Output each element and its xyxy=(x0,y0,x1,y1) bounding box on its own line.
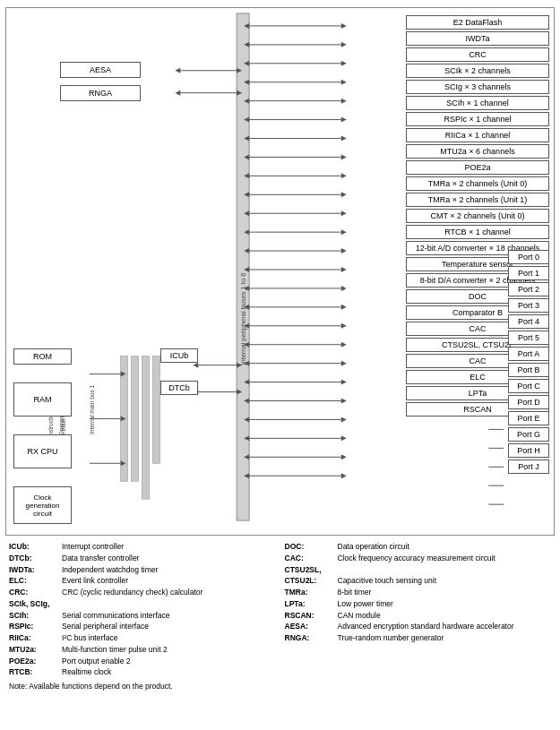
svg-marker-52 xyxy=(244,323,249,329)
svg-marker-58 xyxy=(244,361,249,366)
legend-val-rspic: Serial peripheral interface xyxy=(62,621,149,632)
svg-marker-3 xyxy=(341,23,347,29)
svg-marker-19 xyxy=(244,117,249,123)
svg-marker-31 xyxy=(244,192,249,197)
svg-marker-12 xyxy=(341,80,347,85)
legend-key-scih: SCIh: xyxy=(9,610,58,622)
svg-marker-67 xyxy=(244,417,249,422)
rxcpu-box: RX CPU xyxy=(13,434,72,468)
legend-key-cac: CAC: xyxy=(285,553,334,564)
peri-poe2a: POE2a xyxy=(406,160,549,175)
legend-item-elc: ELC: Event link controller xyxy=(9,575,276,587)
left-component-group: ROM RAM RX CPU Clock generation circuit xyxy=(13,348,72,524)
legend-key-rspic: RSPIc: xyxy=(9,621,58,632)
port-b: Port B xyxy=(508,363,549,377)
svg-text:Internal peripheral buses 1 to: Internal peripheral buses 1 to 6 xyxy=(239,273,247,365)
legend-item-rscan: RSCAN: CAN module xyxy=(285,610,552,622)
svg-marker-43 xyxy=(244,267,249,272)
svg-marker-54 xyxy=(341,342,347,348)
peri-crc: CRC xyxy=(406,47,549,62)
svg-marker-46 xyxy=(244,286,249,291)
svg-marker-13 xyxy=(244,80,249,85)
legend-key-aesa: AESA: xyxy=(285,621,334,632)
svg-marker-66 xyxy=(341,417,347,422)
svg-rect-84 xyxy=(132,356,139,482)
legend-val-iwdta: Independent watchdog timer xyxy=(62,564,158,576)
svg-text:Internal main bus 1: Internal main bus 1 xyxy=(89,385,95,434)
svg-marker-21 xyxy=(341,136,347,142)
legend-key-tmra: TMRa: xyxy=(285,587,334,598)
svg-marker-51 xyxy=(341,323,347,329)
legend-item-crc: CRC: CRC (cyclic redundancy check) calcu… xyxy=(9,587,276,598)
svg-marker-82 xyxy=(175,90,180,96)
svg-marker-7 xyxy=(244,42,249,47)
legend-val-rnga: True-random number generator xyxy=(338,632,444,644)
svg-rect-85 xyxy=(142,356,150,499)
svg-marker-79 xyxy=(175,68,180,73)
svg-marker-55 xyxy=(244,342,249,348)
peri-riica: RIICa × 1 channel xyxy=(406,128,549,142)
legend-item-iwdta: IWDTa: Independent watchdog timer xyxy=(9,564,276,576)
svg-rect-86 xyxy=(152,356,159,464)
peri-tmra0: TMRa × 2 channels (Unit 0) xyxy=(406,176,549,191)
legend-key-riica: RIICa: xyxy=(9,632,58,644)
legend-item-dtcb: DTCb: Data transfer controller xyxy=(9,553,276,564)
legend-val-elc: Event link controller xyxy=(62,575,128,587)
legend-key-rscan: RSCAN: xyxy=(285,610,334,622)
svg-marker-73 xyxy=(244,454,249,459)
legend-item-mtu2a: MTU2a: Multi-function timer pulse unit 2 xyxy=(9,644,276,656)
port-g: Port G xyxy=(508,427,549,442)
legend-val-icub: Interrupt controller xyxy=(62,541,124,553)
legend-val-rtcb: Realtime clock xyxy=(62,666,111,678)
legend-key-icub: ICUb: xyxy=(9,541,58,553)
svg-marker-90 xyxy=(121,416,126,421)
legend-item-icub: ICUb: Interrupt controller xyxy=(9,541,276,553)
legend-area: ICUb: Interrupt controller DTCb: Data tr… xyxy=(5,541,555,678)
port-1: Port 1 xyxy=(508,266,549,280)
legend-key-rtcb: RTCB: xyxy=(9,666,58,678)
legend-right: DOC: Data operation circuit CAC: Clock f… xyxy=(285,541,552,678)
legend-val-aesa: Advanced encryption standard hardware ac… xyxy=(338,621,514,632)
svg-marker-72 xyxy=(341,454,347,459)
legend-val-scih: Serial communications interface xyxy=(62,610,169,622)
port-d: Port D xyxy=(508,395,549,409)
legend-item-ctsu2l: CTSU2L: Capacitive touch sensing unit xyxy=(285,575,552,587)
port-0: Port 0 xyxy=(508,250,549,264)
legend-item-rspic: RSPIc: Serial peripheral interface xyxy=(9,621,276,632)
svg-marker-48 xyxy=(341,305,347,310)
svg-marker-75 xyxy=(341,473,347,478)
svg-marker-25 xyxy=(244,154,249,159)
port-2: Port 2 xyxy=(508,282,549,296)
svg-marker-18 xyxy=(341,117,347,123)
legend-val-crc: CRC (cyclic redundancy check) calculator xyxy=(62,587,202,598)
port-j: Port J xyxy=(508,459,549,474)
legend-val-lpta: Low power timer xyxy=(338,598,393,610)
svg-marker-88 xyxy=(121,372,126,377)
legend-item-rtcb: RTCB: Realtime clock xyxy=(9,666,276,678)
svg-marker-92 xyxy=(121,460,126,466)
peri-mtu2a: MTU2a × 6 channels xyxy=(406,144,549,159)
port-c: Port C xyxy=(508,379,549,393)
diagram-area: Internal peripheral buses 1 to 6 xyxy=(5,7,555,536)
svg-marker-33 xyxy=(341,210,347,216)
aesa-rnga-group: AESA RNGA xyxy=(60,62,141,101)
legend-item-lpta: LPTa: Low power timer xyxy=(285,598,552,610)
legend-key-scikg: SCIk, SCIg, xyxy=(9,598,58,610)
svg-marker-27 xyxy=(341,173,347,178)
svg-marker-15 xyxy=(341,99,347,104)
icub-dtcb-group: ICUb DTCb xyxy=(160,348,198,395)
ram-box: RAM xyxy=(13,382,72,417)
peri-cmt: CMT × 2 channels (Unit 0) xyxy=(406,209,549,223)
svg-marker-49 xyxy=(244,305,249,310)
peri-scig: SCIg × 3 channels xyxy=(406,80,549,94)
peri-scih: SCIh × 1 channel xyxy=(406,96,549,110)
legend-key-rnga: RNGA: xyxy=(285,632,334,644)
peri-rspic: RSPIc × 1 channel xyxy=(406,112,549,126)
legend-val-mtu2a: Multi-function timer pulse unit 2 xyxy=(62,644,168,656)
svg-rect-83 xyxy=(121,356,128,482)
port-column: Port 0 Port 1 Port 2 Port 3 Port 4 Port … xyxy=(508,250,549,474)
svg-marker-76 xyxy=(244,473,249,478)
legend-item-cac: CAC: Clock frequency accuracy measuremen… xyxy=(285,553,552,564)
legend-val-doc: Data operation circuit xyxy=(338,541,409,553)
svg-marker-10 xyxy=(244,61,249,66)
